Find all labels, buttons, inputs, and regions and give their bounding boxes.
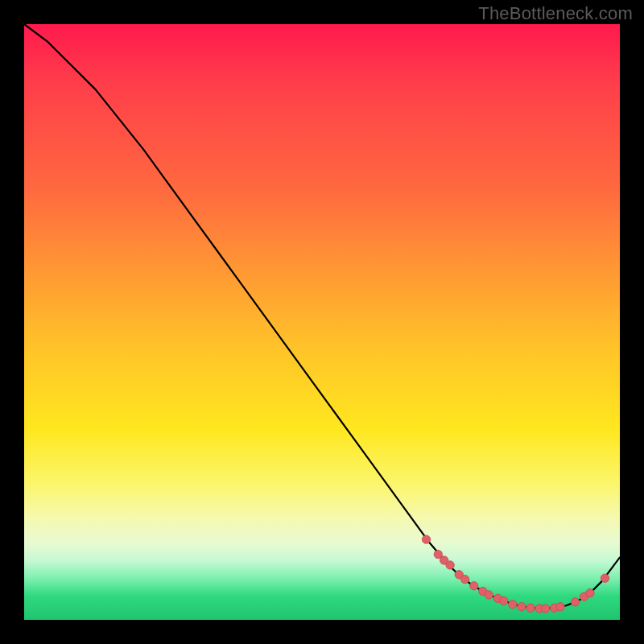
plot-area [24,24,620,620]
curve-dot [526,604,535,612]
curve-dot [446,561,454,569]
chart-svg [24,24,620,620]
highlight-dots [422,535,609,613]
curve-dot [422,535,430,543]
chart-frame: TheBottleneck.com [0,0,644,644]
curve-dot [485,591,493,599]
curve-dot [586,589,594,597]
curve-dot [571,598,579,606]
curve-dot [470,582,478,590]
curve-dot [500,597,508,605]
curve-dot [518,603,526,611]
bottleneck-curve [24,24,620,609]
curve-dot [460,575,469,583]
curve-dot [601,574,609,582]
watermark-text: TheBottleneck.com [478,3,633,24]
curve-dot [509,601,517,609]
curve-dot [541,605,549,613]
curve-dot [556,603,564,611]
